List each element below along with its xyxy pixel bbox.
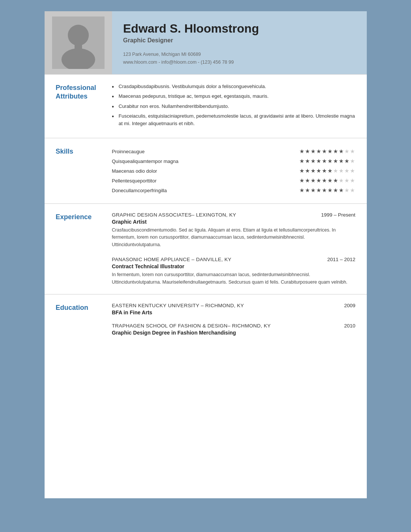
star-filled: ★ — [316, 148, 322, 154]
skill-row: Proinnecaugue★★★★★★★★★★ — [112, 146, 356, 156]
section-experience: Experience GRAPHIC DESIGN ASSOCIATES– Le… — [45, 203, 367, 294]
exp-title: Graphic Artist — [112, 219, 356, 225]
avatar — [52, 16, 105, 69]
star-filled: ★ — [305, 167, 311, 174]
star-filled: ★ — [322, 158, 327, 164]
education-content: EASTERN KENTUCKY UNIVERSITY – Richmond, … — [112, 303, 356, 336]
svg-point-1 — [68, 25, 89, 46]
star-empty: ★ — [350, 187, 356, 193]
skill-name: Pellentesqueporttitor — [112, 176, 234, 185]
resume-header: Edward S. Hloomstrong Graphic Designer 1… — [45, 11, 367, 74]
professional-item: Fusceiaculis, estquislaciniapretium, ped… — [112, 112, 356, 127]
experience-block: GRAPHIC DESIGN ASSOCIATES– Lexington, KY… — [112, 212, 356, 248]
star-filled: ★ — [299, 177, 305, 184]
edu-degree: BFA in Fine Arts — [112, 309, 356, 315]
star-empty: ★ — [344, 177, 350, 184]
star-filled: ★ — [327, 177, 333, 184]
skills-table: Proinnecaugue★★★★★★★★★★Quisquealiquamtem… — [112, 146, 356, 195]
star-filled: ★ — [333, 158, 339, 164]
star-empty: ★ — [350, 148, 356, 154]
education-block: EASTERN KENTUCKY UNIVERSITY – Richmond, … — [112, 303, 356, 315]
professional-heading: ProfessionalAttributes — [56, 84, 112, 101]
professional-content: Crasdapibusdapibusnis. Vestibulumquis do… — [112, 83, 356, 130]
star-empty: ★ — [350, 167, 356, 174]
professional-item: Crasdapibusdapibusnis. Vestibulumquis do… — [112, 83, 356, 90]
skill-name: Donecullamcorperfringilla — [112, 185, 234, 195]
edu-school: TRAPHAGEN SCHOOL OF FASHION & DESIGN– Ri… — [112, 323, 271, 329]
star-filled: ★ — [339, 187, 344, 193]
star-filled: ★ — [327, 148, 333, 154]
star-filled: ★ — [316, 187, 322, 193]
skills-heading: Skills — [56, 147, 112, 156]
exp-description: In fermentum, lorem non cursusporttitor,… — [112, 271, 356, 286]
skill-rating: ★★★★★★★★★★ — [234, 185, 356, 195]
resume: Edward S. Hloomstrong Graphic Designer 1… — [45, 11, 367, 498]
education-heading: Education — [56, 303, 112, 312]
star-filled: ★ — [344, 158, 350, 164]
skill-row: Quisquealiquamtempor magna★★★★★★★★★★ — [112, 156, 356, 166]
edu-year: 2010 — [344, 323, 355, 329]
star-filled: ★ — [316, 167, 322, 174]
star-filled: ★ — [311, 158, 316, 164]
experience-heading: Experience — [56, 213, 112, 221]
skill-rating: ★★★★★★★★★★ — [234, 156, 356, 166]
section-label-education: Education — [45, 303, 112, 336]
section-label-experience: Experience — [45, 212, 112, 286]
star-empty: ★ — [350, 177, 356, 184]
star-filled: ★ — [305, 148, 311, 154]
star-filled: ★ — [299, 148, 305, 154]
exp-title: Contract Technical Illustrator — [112, 263, 356, 269]
exp-header: GRAPHIC DESIGN ASSOCIATES– Lexington, KY… — [112, 212, 356, 218]
star-filled: ★ — [311, 167, 316, 174]
skill-rating: ★★★★★★★★★★ — [234, 166, 356, 176]
star-filled: ★ — [327, 167, 333, 174]
star-filled: ★ — [305, 177, 311, 184]
skill-rating: ★★★★★★★★★★ — [234, 176, 356, 185]
contact-line: www.hloom.com - info@hloom.com - (123) 4… — [123, 58, 259, 66]
header-contact: 123 Park Avenue, Michigan MI 60689 www.h… — [123, 51, 259, 67]
skill-row: Donecullamcorperfringilla★★★★★★★★★★ — [112, 185, 356, 195]
star-empty: ★ — [339, 167, 344, 174]
star-empty: ★ — [339, 177, 344, 184]
exp-company: PANASONIC HOME APPLIANCE – Danville, KY — [112, 257, 232, 262]
full-name: Edward S. Hloomstrong — [123, 22, 259, 36]
star-filled: ★ — [327, 187, 333, 193]
professional-item: Curabitur non eros. Nullamhendreritbiben… — [112, 103, 356, 110]
edu-header: TRAPHAGEN SCHOOL OF FASHION & DESIGN– Ri… — [112, 323, 356, 329]
skill-row: Maecenas odio dolor★★★★★★★★★★ — [112, 166, 356, 176]
skill-name: Maecenas odio dolor — [112, 166, 234, 176]
skill-rating: ★★★★★★★★★★ — [234, 146, 356, 156]
star-filled: ★ — [327, 158, 333, 164]
edu-degree: Graphic Design Degree in Fashion Merchan… — [112, 330, 356, 336]
star-empty: ★ — [350, 158, 356, 164]
star-filled: ★ — [316, 177, 322, 184]
exp-dates: 2011 – 2012 — [327, 257, 355, 262]
exp-dates: 1999 – Present — [321, 212, 356, 218]
star-filled: ★ — [322, 148, 327, 154]
education-block: TRAPHAGEN SCHOOL OF FASHION & DESIGN– Ri… — [112, 323, 356, 336]
experience-content: GRAPHIC DESIGN ASSOCIATES– Lexington, KY… — [112, 212, 356, 286]
section-label-professional: ProfessionalAttributes — [45, 83, 112, 130]
skill-name: Quisquealiquamtempor magna — [112, 156, 234, 166]
address: 123 Park Avenue, Michigan MI 60689 — [123, 51, 259, 58]
star-filled: ★ — [305, 187, 311, 193]
exp-description: Crasfaucibuscondimentumodio. Sed ac ligu… — [112, 227, 356, 248]
star-filled: ★ — [311, 148, 316, 154]
experience-block: PANASONIC HOME APPLIANCE – Danville, KY2… — [112, 257, 356, 286]
star-filled: ★ — [299, 167, 305, 174]
star-empty: ★ — [344, 148, 350, 154]
svg-rect-3 — [75, 43, 82, 50]
star-filled: ★ — [322, 177, 327, 184]
section-skills: Skills Proinnecaugue★★★★★★★★★★Quisqueali… — [45, 138, 367, 203]
star-empty: ★ — [344, 167, 350, 174]
section-education: Education EASTERN KENTUCKY UNIVERSITY – … — [45, 294, 367, 344]
avatar-container — [45, 11, 112, 74]
edu-year: 2009 — [344, 303, 355, 308]
star-filled: ★ — [333, 148, 339, 154]
star-filled: ★ — [339, 148, 344, 154]
resume-body: ProfessionalAttributes Crasdapibusdapibu… — [45, 74, 367, 355]
professional-item: Maecenas pedepurus, tristique ac, tempus… — [112, 93, 356, 100]
star-empty: ★ — [333, 167, 339, 174]
star-filled: ★ — [311, 177, 316, 184]
skill-row: Pellentesqueporttitor★★★★★★★★★★ — [112, 176, 356, 185]
